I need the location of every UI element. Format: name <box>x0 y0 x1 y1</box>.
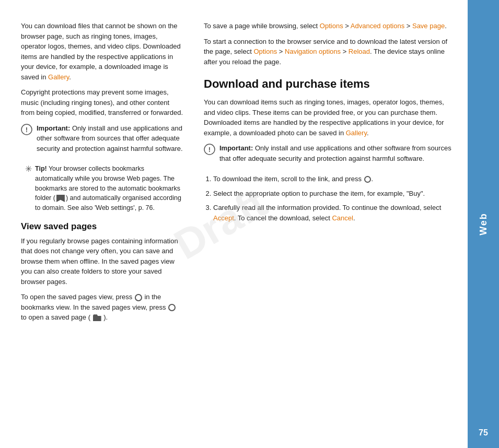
svg-text:!: ! <box>208 146 211 154</box>
svg-text:!: ! <box>26 126 28 134</box>
step-1: To download the item, scroll to the link… <box>213 174 457 184</box>
para-download-items: You can download items such as ringing t… <box>204 97 457 138</box>
bookmark-folder-icon <box>56 195 65 202</box>
step-2: Select the appropriate option to purchas… <box>213 188 457 199</box>
options-link-1[interactable]: Options <box>320 22 343 30</box>
options-link-2[interactable]: Options <box>253 48 277 55</box>
right-column: To save a page while browsing, select Op… <box>199 21 457 427</box>
para-copyright: Copyright protections may prevent some i… <box>21 87 183 118</box>
heading-view-saved-pages: View saved pages <box>21 221 183 232</box>
heading-download-purchase: Download and purchase items <box>204 77 457 91</box>
advanced-options-link[interactable]: Advanced options <box>351 22 404 30</box>
page-container: You can download files that cannot be sh… <box>0 0 499 448</box>
navigation-options-link[interactable]: Navigation options <box>285 48 341 55</box>
folder-icon-inline <box>93 314 101 321</box>
sidebar-label: Web <box>478 213 489 235</box>
important-text-1: Important: Only install and use applicat… <box>37 123 183 154</box>
circle-icon-2 <box>168 304 176 311</box>
para-view-saved-1: If you regularly browse pages containing… <box>21 236 183 287</box>
download-steps-list: To download the item, scroll to the link… <box>213 174 457 223</box>
important-note-2: ! Important: Only install and use applic… <box>204 143 457 169</box>
sidebar: Web 75 <box>468 0 499 448</box>
para-save-browsing: To save a page while browsing, select Op… <box>204 21 457 31</box>
important-icon-1: ! <box>21 124 32 137</box>
cancel-link[interactable]: Cancel <box>332 214 353 222</box>
content-area: You can download files that cannot be sh… <box>0 0 468 448</box>
tip-content: Tip! Your browser collects bookmarks aut… <box>35 164 183 213</box>
important-icon-2: ! <box>204 144 215 157</box>
para-view-saved-2: To open the saved pages view, press in t… <box>21 292 183 323</box>
page-number: 75 <box>479 428 488 438</box>
left-column: You can download files that cannot be sh… <box>21 21 183 427</box>
reload-link[interactable]: Reload <box>349 48 370 55</box>
step-3: Carefully read all the information provi… <box>213 203 457 223</box>
important-text-2: Important: Only install and use applicat… <box>219 143 457 163</box>
accept-link[interactable]: Accept <box>213 214 234 222</box>
important-note-1: ! Important: Only install and use applic… <box>21 123 183 159</box>
para-connection: To start a connection to the browser ser… <box>204 37 457 67</box>
tip-icon: ✳ <box>25 164 32 174</box>
circle-icon-step1 <box>364 176 371 183</box>
gallery-link-2[interactable]: Gallery <box>346 129 367 137</box>
save-page-link[interactable]: Save page <box>412 22 445 30</box>
gallery-link[interactable]: Gallery <box>48 73 69 81</box>
para-download-intro: You can download files that cannot be sh… <box>21 21 183 82</box>
tip-box-1: ✳ Tip! Your browser collects bookmarks a… <box>25 164 183 213</box>
circle-icon-1 <box>135 294 142 301</box>
